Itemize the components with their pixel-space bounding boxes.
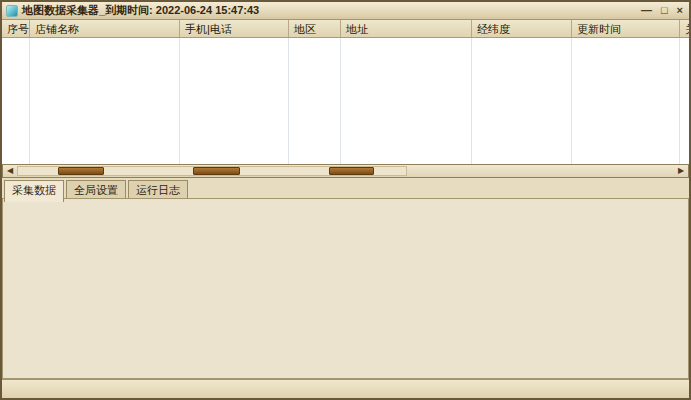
scroll-left-icon[interactable]: ◀ (3, 165, 17, 177)
column-header[interactable]: 关键词 (680, 20, 689, 37)
status-bar (2, 379, 689, 398)
column-header[interactable]: 经纬度 (472, 20, 572, 37)
results-table-header: 序号 店铺名称 手机|电话 地区 地址 经纬度 更新时间 关键词 (2, 20, 689, 38)
app-icon (6, 5, 18, 17)
collect-data-panel (2, 198, 689, 379)
column-header[interactable]: 地区 (289, 20, 341, 37)
scrollbar-thumb[interactable] (193, 167, 240, 175)
tab-collect-data[interactable]: 采集数据 (4, 180, 64, 202)
scrollbar-thumb[interactable] (329, 167, 374, 175)
column-header[interactable]: 店铺名称 (30, 20, 180, 37)
close-button[interactable]: × (677, 5, 683, 16)
maximize-button[interactable]: □ (661, 5, 668, 16)
title-bar: 地图数据采集器_到期时间: 2022-06-24 15:47:43 — □ × (2, 2, 689, 20)
column-header[interactable]: 序号 (2, 20, 30, 37)
app-window: 地图数据采集器_到期时间: 2022-06-24 15:47:43 — □ × … (0, 0, 691, 400)
column-header[interactable]: 地址 (341, 20, 472, 37)
window-title: 地图数据采集器_到期时间: 2022-06-24 15:47:43 (22, 3, 259, 18)
column-header[interactable]: 手机|电话 (180, 20, 289, 37)
table-horizontal-scrollbar[interactable]: ◀ ▶ (2, 164, 689, 178)
minimize-button[interactable]: — (641, 5, 652, 16)
results-table-body (2, 38, 689, 164)
scrollbar-thumb[interactable] (58, 167, 104, 175)
column-header[interactable]: 更新时间 (572, 20, 680, 37)
scroll-right-icon[interactable]: ▶ (674, 165, 688, 177)
